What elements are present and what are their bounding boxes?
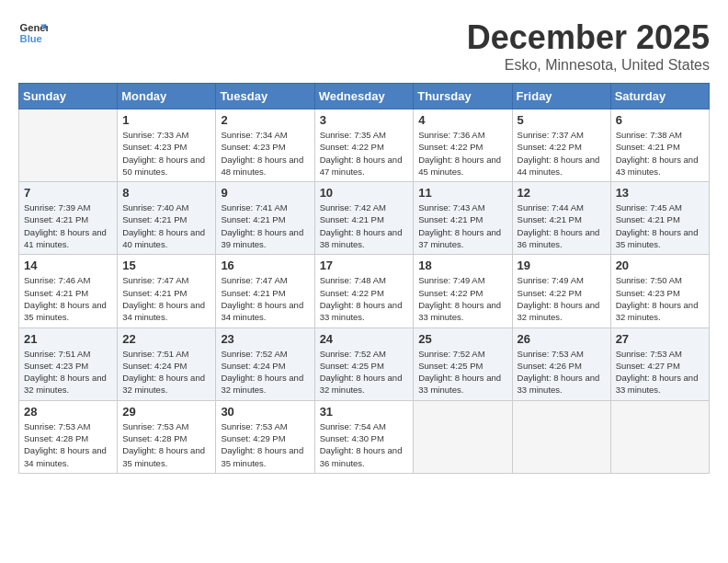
day-cell: 16Sunrise: 7:47 AMSunset: 4:21 PMDayligh… xyxy=(216,255,314,327)
day-cell: 7Sunrise: 7:39 AMSunset: 4:21 PMDaylight… xyxy=(19,182,118,255)
day-cell: 6Sunrise: 7:38 AMSunset: 4:21 PMDaylight… xyxy=(610,109,709,182)
day-cell: 31Sunrise: 7:54 AMSunset: 4:30 PMDayligh… xyxy=(314,400,414,473)
logo-icon: General Blue xyxy=(18,18,48,48)
day-number: 11 xyxy=(418,186,506,200)
day-cell: 27Sunrise: 7:53 AMSunset: 4:27 PMDayligh… xyxy=(610,327,709,400)
weekday-header-row: SundayMondayTuesdayWednesdayThursdayFrid… xyxy=(19,84,710,109)
day-cell: 21Sunrise: 7:51 AMSunset: 4:23 PMDayligh… xyxy=(19,327,118,400)
day-info: Sunrise: 7:38 AMSunset: 4:21 PMDaylight:… xyxy=(616,129,704,178)
day-info: Sunrise: 7:51 AMSunset: 4:24 PMDaylight:… xyxy=(122,348,210,396)
day-info: Sunrise: 7:49 AMSunset: 4:22 PMDaylight:… xyxy=(518,274,606,323)
day-info: Sunrise: 7:36 AMSunset: 4:22 PMDaylight:… xyxy=(418,129,506,178)
header-wednesday: Wednesday xyxy=(314,84,414,109)
calendar: SundayMondayTuesdayWednesdayThursdayFrid… xyxy=(18,83,710,474)
day-cell: 20Sunrise: 7:50 AMSunset: 4:23 PMDayligh… xyxy=(610,255,709,327)
day-number: 20 xyxy=(616,259,704,272)
day-number: 9 xyxy=(221,186,309,200)
day-info: Sunrise: 7:53 AMSunset: 4:29 PMDaylight:… xyxy=(221,420,309,469)
day-number: 19 xyxy=(518,259,606,272)
day-cell: 4Sunrise: 7:36 AMSunset: 4:22 PMDaylight… xyxy=(414,109,512,182)
day-cell: 17Sunrise: 7:48 AMSunset: 4:22 PMDayligh… xyxy=(314,255,414,327)
day-info: Sunrise: 7:53 AMSunset: 4:26 PMDaylight:… xyxy=(518,348,606,396)
day-info: Sunrise: 7:47 AMSunset: 4:21 PMDaylight:… xyxy=(221,274,309,323)
day-number: 6 xyxy=(616,113,704,127)
day-number: 27 xyxy=(616,332,704,346)
day-number: 30 xyxy=(221,405,309,419)
day-cell: 23Sunrise: 7:52 AMSunset: 4:24 PMDayligh… xyxy=(216,327,314,400)
day-number: 16 xyxy=(221,259,309,272)
day-info: Sunrise: 7:52 AMSunset: 4:24 PMDaylight:… xyxy=(221,348,309,396)
day-info: Sunrise: 7:42 AMSunset: 4:21 PMDaylight:… xyxy=(320,201,409,250)
day-number: 23 xyxy=(221,332,309,346)
day-info: Sunrise: 7:47 AMSunset: 4:21 PMDaylight:… xyxy=(122,274,210,323)
day-cell: 12Sunrise: 7:44 AMSunset: 4:21 PMDayligh… xyxy=(512,182,610,255)
day-info: Sunrise: 7:41 AMSunset: 4:21 PMDaylight:… xyxy=(221,201,309,250)
page-header: General Blue December 2025 Esko, Minneso… xyxy=(18,18,710,74)
day-number: 18 xyxy=(418,259,506,272)
day-info: Sunrise: 7:40 AMSunset: 4:21 PMDaylight:… xyxy=(122,201,210,250)
day-info: Sunrise: 7:54 AMSunset: 4:30 PMDaylight:… xyxy=(320,420,409,469)
day-number: 1 xyxy=(122,113,210,127)
day-cell: 13Sunrise: 7:45 AMSunset: 4:21 PMDayligh… xyxy=(610,182,709,255)
day-number: 5 xyxy=(518,113,606,127)
day-cell xyxy=(610,400,709,473)
day-info: Sunrise: 7:37 AMSunset: 4:22 PMDaylight:… xyxy=(518,129,606,178)
day-number: 28 xyxy=(24,405,112,419)
day-number: 29 xyxy=(122,405,210,419)
day-number: 17 xyxy=(320,259,409,272)
day-info: Sunrise: 7:33 AMSunset: 4:23 PMDaylight:… xyxy=(122,129,210,178)
day-number: 21 xyxy=(24,332,112,346)
header-thursday: Thursday xyxy=(414,84,512,109)
day-cell: 8Sunrise: 7:40 AMSunset: 4:21 PMDaylight… xyxy=(118,182,216,255)
day-info: Sunrise: 7:45 AMSunset: 4:21 PMDaylight:… xyxy=(616,201,704,250)
day-info: Sunrise: 7:53 AMSunset: 4:28 PMDaylight:… xyxy=(24,420,112,469)
day-info: Sunrise: 7:51 AMSunset: 4:23 PMDaylight:… xyxy=(24,348,112,396)
day-cell: 11Sunrise: 7:43 AMSunset: 4:21 PMDayligh… xyxy=(414,182,512,255)
day-cell xyxy=(512,400,610,473)
day-info: Sunrise: 7:52 AMSunset: 4:25 PMDaylight:… xyxy=(418,348,506,396)
day-number: 13 xyxy=(616,186,704,200)
day-number: 31 xyxy=(320,405,409,419)
day-info: Sunrise: 7:43 AMSunset: 4:21 PMDaylight:… xyxy=(418,201,506,250)
day-number: 8 xyxy=(122,186,210,200)
svg-text:Blue: Blue xyxy=(20,33,42,44)
day-number: 12 xyxy=(518,186,606,200)
day-info: Sunrise: 7:53 AMSunset: 4:28 PMDaylight:… xyxy=(122,420,210,469)
day-cell: 19Sunrise: 7:49 AMSunset: 4:22 PMDayligh… xyxy=(512,255,610,327)
day-cell: 30Sunrise: 7:53 AMSunset: 4:29 PMDayligh… xyxy=(216,400,314,473)
month-title: December 2025 xyxy=(467,18,710,57)
day-number: 14 xyxy=(24,259,112,272)
day-info: Sunrise: 7:50 AMSunset: 4:23 PMDaylight:… xyxy=(616,274,704,323)
logo: General Blue xyxy=(18,18,48,48)
header-sunday: Sunday xyxy=(19,84,118,109)
header-saturday: Saturday xyxy=(610,84,709,109)
day-info: Sunrise: 7:48 AMSunset: 4:22 PMDaylight:… xyxy=(320,274,409,323)
day-info: Sunrise: 7:39 AMSunset: 4:21 PMDaylight:… xyxy=(24,201,112,250)
day-number: 3 xyxy=(320,113,409,127)
day-info: Sunrise: 7:35 AMSunset: 4:22 PMDaylight:… xyxy=(320,129,409,178)
week-row-4: 21Sunrise: 7:51 AMSunset: 4:23 PMDayligh… xyxy=(19,327,710,400)
day-cell: 10Sunrise: 7:42 AMSunset: 4:21 PMDayligh… xyxy=(314,182,414,255)
day-cell xyxy=(414,400,512,473)
day-number: 26 xyxy=(518,332,606,346)
day-info: Sunrise: 7:34 AMSunset: 4:23 PMDaylight:… xyxy=(221,129,309,178)
day-number: 7 xyxy=(24,186,112,200)
day-cell: 22Sunrise: 7:51 AMSunset: 4:24 PMDayligh… xyxy=(118,327,216,400)
day-number: 2 xyxy=(221,113,309,127)
day-number: 15 xyxy=(122,259,210,272)
day-cell: 9Sunrise: 7:41 AMSunset: 4:21 PMDaylight… xyxy=(216,182,314,255)
day-info: Sunrise: 7:49 AMSunset: 4:22 PMDaylight:… xyxy=(418,274,506,323)
day-info: Sunrise: 7:44 AMSunset: 4:21 PMDaylight:… xyxy=(518,201,606,250)
day-number: 4 xyxy=(418,113,506,127)
week-row-2: 7Sunrise: 7:39 AMSunset: 4:21 PMDaylight… xyxy=(19,182,710,255)
day-cell: 26Sunrise: 7:53 AMSunset: 4:26 PMDayligh… xyxy=(512,327,610,400)
day-cell: 25Sunrise: 7:52 AMSunset: 4:25 PMDayligh… xyxy=(414,327,512,400)
day-number: 24 xyxy=(320,332,409,346)
day-cell: 14Sunrise: 7:46 AMSunset: 4:21 PMDayligh… xyxy=(19,255,118,327)
day-cell: 5Sunrise: 7:37 AMSunset: 4:22 PMDaylight… xyxy=(512,109,610,182)
day-cell xyxy=(19,109,118,182)
day-info: Sunrise: 7:53 AMSunset: 4:27 PMDaylight:… xyxy=(616,348,704,396)
day-cell: 1Sunrise: 7:33 AMSunset: 4:23 PMDaylight… xyxy=(118,109,216,182)
day-info: Sunrise: 7:46 AMSunset: 4:21 PMDaylight:… xyxy=(24,274,112,323)
day-number: 25 xyxy=(418,332,506,346)
